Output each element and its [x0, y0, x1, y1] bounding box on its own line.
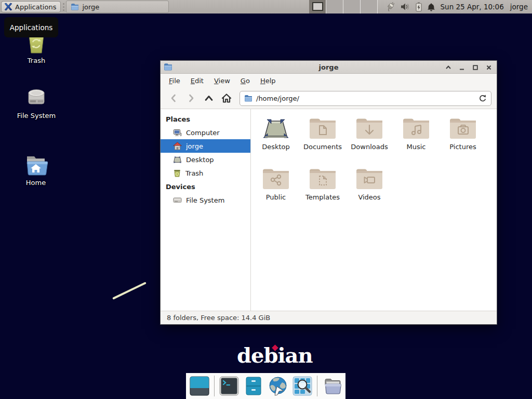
reload-icon[interactable]	[478, 94, 487, 102]
sidebar-item-jorge[interactable]: jorge	[161, 139, 250, 153]
file-item-music[interactable]: Music	[393, 116, 440, 167]
application-finder-icon[interactable]	[292, 376, 312, 396]
workspace-3[interactable]	[343, 0, 361, 14]
top-panel: Applications jorge	[0, 0, 532, 14]
power-plug-icon[interactable]	[385, 2, 395, 11]
file-folder-icon[interactable]	[322, 376, 342, 396]
statusbar-text: 8 folders, Free space: 14.4 GiB	[167, 314, 270, 322]
menu-help[interactable]: Help	[256, 75, 280, 86]
drive-mini-icon	[173, 196, 182, 204]
forward-button[interactable]	[183, 90, 199, 106]
launcher-dock	[186, 373, 345, 399]
panel-clock[interactable]: Sun 25 Apr, 10:06	[441, 3, 504, 11]
show-desktop-icon[interactable]	[190, 376, 209, 396]
desktop-icon-home[interactable]: Home	[10, 154, 61, 187]
window-folder-icon	[164, 63, 172, 71]
battery-charging-icon[interactable]	[416, 2, 422, 11]
workspace-window-thumb	[312, 2, 323, 11]
desktop-mini-icon	[173, 156, 182, 164]
file-item-downloads[interactable]: Downloads	[346, 116, 393, 167]
system-tray	[385, 2, 435, 11]
debian-wordmark: debian	[237, 343, 313, 367]
dock-separator	[214, 376, 215, 396]
applications-tooltip-text: Applications	[10, 23, 52, 32]
taskbar-window-button[interactable]: jorge	[66, 1, 169, 13]
sidebar-item-desktop[interactable]: Desktop	[161, 153, 250, 166]
sidebar-item-desktop-label: Desktop	[186, 156, 214, 164]
file-manager-window: jorge File Edit View Go Help	[160, 60, 497, 325]
path-folder-icon	[244, 95, 252, 102]
workspace-2[interactable]	[326, 0, 343, 14]
web-browser-icon[interactable]	[268, 376, 288, 396]
xfce-logo-icon	[4, 3, 12, 11]
file-item-music-label: Music	[407, 143, 426, 151]
window-title: jorge	[319, 63, 339, 71]
file-item-public-label: Public	[266, 193, 286, 201]
file-item-templates-label: Templates	[305, 193, 340, 201]
file-item-videos-label: Videos	[358, 193, 380, 201]
file-item-pictures[interactable]: Pictures	[440, 116, 486, 167]
statusbar: 8 folders, Free space: 14.4 GiB	[161, 311, 497, 324]
desktop-icon-file-system-label: File System	[17, 112, 56, 119]
menu-go[interactable]: Go	[236, 75, 254, 86]
file-pane: Desktop Documents	[251, 109, 497, 311]
file-item-desktop[interactable]: Desktop	[252, 116, 299, 167]
volume-icon[interactable]	[401, 3, 410, 11]
sidebar-item-trash[interactable]: Trash	[161, 166, 250, 180]
user-home-icon	[173, 142, 182, 150]
sidebar-header-devices: Devices	[161, 180, 250, 193]
workspace-pager	[309, 0, 378, 14]
downloads-folder-icon	[355, 116, 384, 140]
sidebar-item-trash-label: Trash	[185, 169, 203, 177]
maximize-button[interactable]	[472, 64, 479, 71]
notifications-bell-icon[interactable]	[427, 3, 435, 11]
panel-grip[interactable]	[62, 2, 65, 11]
file-item-desktop-label: Desktop	[262, 143, 290, 151]
file-item-downloads-label: Downloads	[351, 143, 388, 151]
toolbar: /home/jorge/	[161, 88, 497, 109]
path-bar[interactable]: /home/jorge/	[240, 91, 491, 106]
sidebar-item-computer-label: Computer	[186, 129, 220, 137]
applications-menu-button[interactable]: Applications	[1, 1, 61, 12]
sidebar-item-jorge-label: jorge	[186, 142, 203, 150]
computer-icon	[173, 129, 182, 137]
home-folder-icon	[23, 154, 48, 176]
menu-view[interactable]: View	[210, 75, 234, 86]
desktop-icon-file-system[interactable]: File System	[11, 86, 62, 119]
documents-folder-icon	[308, 116, 337, 140]
window-titlebar[interactable]: jorge	[161, 61, 497, 74]
home-button[interactable]	[219, 90, 234, 106]
up-button[interactable]	[201, 90, 217, 106]
music-folder-icon	[402, 116, 431, 140]
sidebar-item-computer[interactable]: Computer	[161, 126, 250, 139]
workspace-4[interactable]	[361, 0, 378, 14]
file-item-templates[interactable]: Templates	[299, 167, 346, 217]
back-button[interactable]	[166, 90, 181, 106]
menu-file[interactable]: File	[165, 75, 184, 86]
sidebar-item-file-system-label: File System	[186, 196, 224, 204]
dock-separator	[317, 376, 317, 396]
close-button[interactable]	[485, 64, 493, 71]
file-cabinet-icon[interactable]	[244, 376, 263, 396]
sidebar-item-file-system[interactable]: File System	[161, 193, 250, 207]
videos-folder-icon	[355, 167, 384, 191]
terminal-icon[interactable]	[219, 376, 239, 396]
path-text[interactable]: /home/jorge/	[256, 95, 475, 102]
templates-folder-icon	[308, 167, 337, 191]
file-item-videos[interactable]: Videos	[346, 167, 393, 217]
taskbar-window-label: jorge	[82, 3, 99, 11]
desktop-special-icon	[261, 116, 290, 140]
minimize-button[interactable]	[458, 64, 466, 71]
file-item-documents[interactable]: Documents	[299, 116, 346, 167]
shade-button[interactable]	[445, 64, 452, 71]
file-item-pictures-label: Pictures	[449, 143, 476, 151]
file-item-public[interactable]: Public	[252, 167, 299, 217]
menu-edit[interactable]: Edit	[187, 75, 208, 86]
applications-tooltip: Applications	[4, 17, 58, 37]
workspace-1[interactable]	[309, 0, 326, 14]
sidebar: Places Computer jorge	[161, 109, 251, 311]
public-folder-icon	[261, 167, 290, 191]
trash-mini-icon	[173, 169, 181, 177]
panel-username[interactable]: jorge	[510, 3, 528, 11]
pictures-folder-icon	[448, 116, 477, 140]
